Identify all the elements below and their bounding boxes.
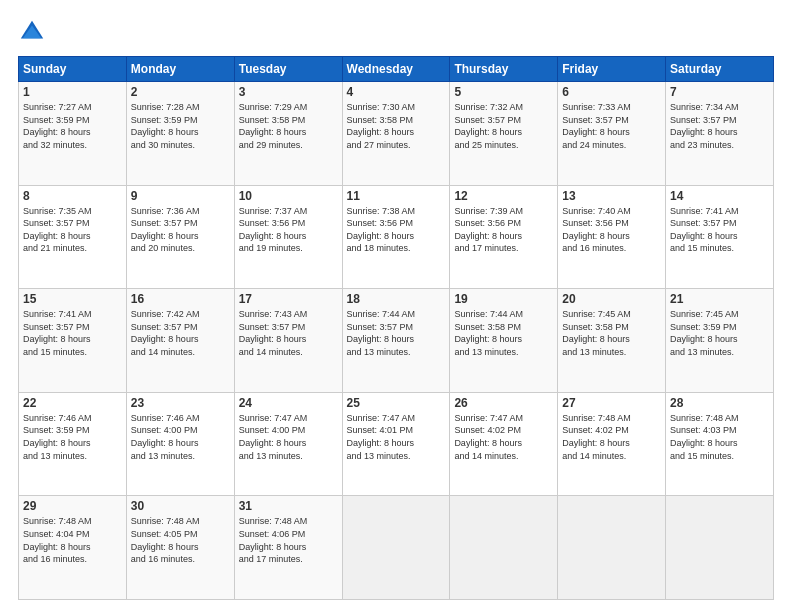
day-number: 9 — [131, 189, 230, 203]
day-number: 5 — [454, 85, 553, 99]
calendar-cell: 28Sunrise: 7:48 AMSunset: 4:03 PMDayligh… — [666, 392, 774, 496]
cell-sun-info: Sunrise: 7:47 AMSunset: 4:01 PMDaylight:… — [347, 412, 446, 462]
calendar-cell: 8Sunrise: 7:35 AMSunset: 3:57 PMDaylight… — [19, 185, 127, 289]
calendar-week-5: 29Sunrise: 7:48 AMSunset: 4:04 PMDayligh… — [19, 496, 774, 600]
cell-sun-info: Sunrise: 7:44 AMSunset: 3:57 PMDaylight:… — [347, 308, 446, 358]
day-number: 20 — [562, 292, 661, 306]
day-number: 21 — [670, 292, 769, 306]
day-header-friday: Friday — [558, 57, 666, 82]
cell-sun-info: Sunrise: 7:48 AMSunset: 4:04 PMDaylight:… — [23, 515, 122, 565]
day-number: 2 — [131, 85, 230, 99]
day-number: 31 — [239, 499, 338, 513]
page: SundayMondayTuesdayWednesdayThursdayFrid… — [0, 0, 792, 612]
calendar-cell: 6Sunrise: 7:33 AMSunset: 3:57 PMDaylight… — [558, 82, 666, 186]
calendar-cell — [558, 496, 666, 600]
cell-sun-info: Sunrise: 7:27 AMSunset: 3:59 PMDaylight:… — [23, 101, 122, 151]
cell-sun-info: Sunrise: 7:46 AMSunset: 4:00 PMDaylight:… — [131, 412, 230, 462]
calendar-cell — [342, 496, 450, 600]
calendar-cell: 22Sunrise: 7:46 AMSunset: 3:59 PMDayligh… — [19, 392, 127, 496]
calendar-cell: 27Sunrise: 7:48 AMSunset: 4:02 PMDayligh… — [558, 392, 666, 496]
day-header-monday: Monday — [126, 57, 234, 82]
calendar-cell: 3Sunrise: 7:29 AMSunset: 3:58 PMDaylight… — [234, 82, 342, 186]
calendar-cell: 14Sunrise: 7:41 AMSunset: 3:57 PMDayligh… — [666, 185, 774, 289]
cell-sun-info: Sunrise: 7:33 AMSunset: 3:57 PMDaylight:… — [562, 101, 661, 151]
calendar-cell: 23Sunrise: 7:46 AMSunset: 4:00 PMDayligh… — [126, 392, 234, 496]
calendar-cell: 5Sunrise: 7:32 AMSunset: 3:57 PMDaylight… — [450, 82, 558, 186]
cell-sun-info: Sunrise: 7:38 AMSunset: 3:56 PMDaylight:… — [347, 205, 446, 255]
calendar-week-1: 1Sunrise: 7:27 AMSunset: 3:59 PMDaylight… — [19, 82, 774, 186]
calendar-cell: 15Sunrise: 7:41 AMSunset: 3:57 PMDayligh… — [19, 289, 127, 393]
day-number: 23 — [131, 396, 230, 410]
calendar-cell: 11Sunrise: 7:38 AMSunset: 3:56 PMDayligh… — [342, 185, 450, 289]
day-number: 27 — [562, 396, 661, 410]
day-number: 28 — [670, 396, 769, 410]
day-number: 1 — [23, 85, 122, 99]
cell-sun-info: Sunrise: 7:41 AMSunset: 3:57 PMDaylight:… — [23, 308, 122, 358]
day-number: 18 — [347, 292, 446, 306]
calendar-cell: 4Sunrise: 7:30 AMSunset: 3:58 PMDaylight… — [342, 82, 450, 186]
calendar-cell — [666, 496, 774, 600]
day-number: 17 — [239, 292, 338, 306]
calendar-cell: 9Sunrise: 7:36 AMSunset: 3:57 PMDaylight… — [126, 185, 234, 289]
day-number: 25 — [347, 396, 446, 410]
cell-sun-info: Sunrise: 7:35 AMSunset: 3:57 PMDaylight:… — [23, 205, 122, 255]
logo — [18, 18, 50, 46]
cell-sun-info: Sunrise: 7:40 AMSunset: 3:56 PMDaylight:… — [562, 205, 661, 255]
day-number: 16 — [131, 292, 230, 306]
cell-sun-info: Sunrise: 7:48 AMSunset: 4:03 PMDaylight:… — [670, 412, 769, 462]
cell-sun-info: Sunrise: 7:47 AMSunset: 4:00 PMDaylight:… — [239, 412, 338, 462]
day-number: 13 — [562, 189, 661, 203]
calendar-cell: 1Sunrise: 7:27 AMSunset: 3:59 PMDaylight… — [19, 82, 127, 186]
calendar-cell: 31Sunrise: 7:48 AMSunset: 4:06 PMDayligh… — [234, 496, 342, 600]
calendar-week-3: 15Sunrise: 7:41 AMSunset: 3:57 PMDayligh… — [19, 289, 774, 393]
cell-sun-info: Sunrise: 7:36 AMSunset: 3:57 PMDaylight:… — [131, 205, 230, 255]
cell-sun-info: Sunrise: 7:48 AMSunset: 4:02 PMDaylight:… — [562, 412, 661, 462]
day-number: 4 — [347, 85, 446, 99]
day-number: 7 — [670, 85, 769, 99]
cell-sun-info: Sunrise: 7:28 AMSunset: 3:59 PMDaylight:… — [131, 101, 230, 151]
cell-sun-info: Sunrise: 7:47 AMSunset: 4:02 PMDaylight:… — [454, 412, 553, 462]
cell-sun-info: Sunrise: 7:44 AMSunset: 3:58 PMDaylight:… — [454, 308, 553, 358]
calendar-cell: 30Sunrise: 7:48 AMSunset: 4:05 PMDayligh… — [126, 496, 234, 600]
day-number: 15 — [23, 292, 122, 306]
calendar-cell: 21Sunrise: 7:45 AMSunset: 3:59 PMDayligh… — [666, 289, 774, 393]
day-number: 10 — [239, 189, 338, 203]
calendar-table: SundayMondayTuesdayWednesdayThursdayFrid… — [18, 56, 774, 600]
header — [18, 18, 774, 46]
calendar-cell: 13Sunrise: 7:40 AMSunset: 3:56 PMDayligh… — [558, 185, 666, 289]
calendar-cell: 16Sunrise: 7:42 AMSunset: 3:57 PMDayligh… — [126, 289, 234, 393]
calendar-cell: 29Sunrise: 7:48 AMSunset: 4:04 PMDayligh… — [19, 496, 127, 600]
cell-sun-info: Sunrise: 7:39 AMSunset: 3:56 PMDaylight:… — [454, 205, 553, 255]
calendar-cell: 18Sunrise: 7:44 AMSunset: 3:57 PMDayligh… — [342, 289, 450, 393]
calendar-week-4: 22Sunrise: 7:46 AMSunset: 3:59 PMDayligh… — [19, 392, 774, 496]
day-header-thursday: Thursday — [450, 57, 558, 82]
cell-sun-info: Sunrise: 7:34 AMSunset: 3:57 PMDaylight:… — [670, 101, 769, 151]
cell-sun-info: Sunrise: 7:30 AMSunset: 3:58 PMDaylight:… — [347, 101, 446, 151]
calendar-cell: 24Sunrise: 7:47 AMSunset: 4:00 PMDayligh… — [234, 392, 342, 496]
calendar-cell: 2Sunrise: 7:28 AMSunset: 3:59 PMDaylight… — [126, 82, 234, 186]
day-number: 29 — [23, 499, 122, 513]
day-number: 6 — [562, 85, 661, 99]
cell-sun-info: Sunrise: 7:48 AMSunset: 4:06 PMDaylight:… — [239, 515, 338, 565]
calendar-cell: 25Sunrise: 7:47 AMSunset: 4:01 PMDayligh… — [342, 392, 450, 496]
day-number: 8 — [23, 189, 122, 203]
cell-sun-info: Sunrise: 7:42 AMSunset: 3:57 PMDaylight:… — [131, 308, 230, 358]
day-number: 14 — [670, 189, 769, 203]
calendar-cell: 7Sunrise: 7:34 AMSunset: 3:57 PMDaylight… — [666, 82, 774, 186]
calendar-cell: 17Sunrise: 7:43 AMSunset: 3:57 PMDayligh… — [234, 289, 342, 393]
cell-sun-info: Sunrise: 7:45 AMSunset: 3:59 PMDaylight:… — [670, 308, 769, 358]
day-header-sunday: Sunday — [19, 57, 127, 82]
calendar-cell: 10Sunrise: 7:37 AMSunset: 3:56 PMDayligh… — [234, 185, 342, 289]
calendar-cell: 20Sunrise: 7:45 AMSunset: 3:58 PMDayligh… — [558, 289, 666, 393]
cell-sun-info: Sunrise: 7:41 AMSunset: 3:57 PMDaylight:… — [670, 205, 769, 255]
cell-sun-info: Sunrise: 7:45 AMSunset: 3:58 PMDaylight:… — [562, 308, 661, 358]
day-header-tuesday: Tuesday — [234, 57, 342, 82]
calendar-cell: 12Sunrise: 7:39 AMSunset: 3:56 PMDayligh… — [450, 185, 558, 289]
day-number: 30 — [131, 499, 230, 513]
calendar-body: 1Sunrise: 7:27 AMSunset: 3:59 PMDaylight… — [19, 82, 774, 600]
day-number: 24 — [239, 396, 338, 410]
day-header-saturday: Saturday — [666, 57, 774, 82]
logo-icon — [18, 18, 46, 46]
cell-sun-info: Sunrise: 7:48 AMSunset: 4:05 PMDaylight:… — [131, 515, 230, 565]
day-number: 22 — [23, 396, 122, 410]
